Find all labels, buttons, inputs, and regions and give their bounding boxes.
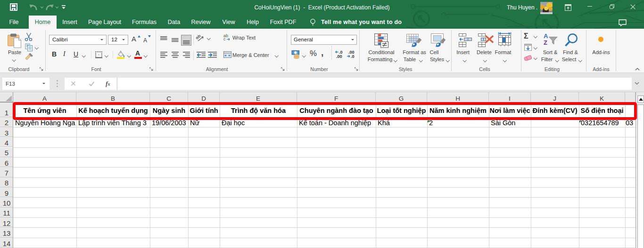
svg-text:.00: .00 [336,54,342,58]
svg-text:c: c [223,37,226,41]
svg-text:.0: .0 [351,54,355,58]
